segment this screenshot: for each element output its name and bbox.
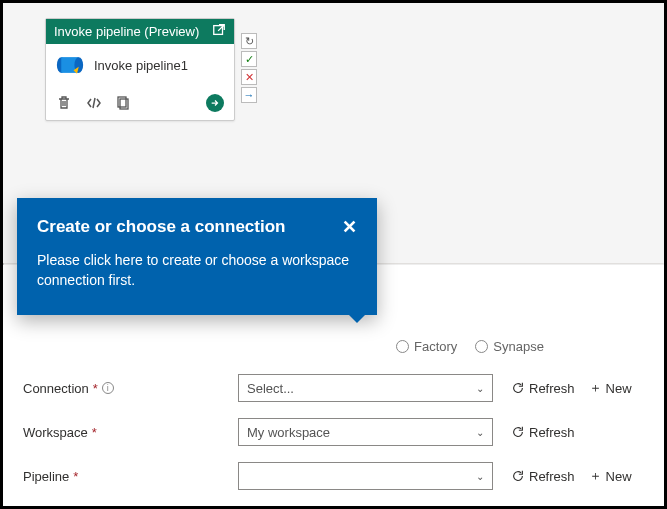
row-workspace: Workspace * My workspace ⌄ Refresh [3, 410, 664, 454]
pipeline-new-button[interactable]: ＋ New [589, 467, 632, 485]
connection-new-button[interactable]: ＋ New [589, 379, 632, 397]
required-indicator: * [73, 469, 78, 484]
refresh-label: Refresh [529, 469, 575, 484]
connection-refresh-button[interactable]: Refresh [511, 381, 575, 396]
workspace-value: My workspace [247, 425, 330, 440]
run-icon[interactable] [206, 94, 224, 112]
chevron-down-icon: ⌄ [476, 427, 484, 438]
pipeline-refresh-button[interactable]: Refresh [511, 469, 575, 484]
activity-status-icons: ↻ ✓ ✕ → [241, 33, 257, 103]
row-wait: Wait on completion ✓ [3, 498, 664, 509]
activity-header-label: Invoke pipeline (Preview) [54, 24, 199, 39]
connection-select[interactable]: Select... ⌄ [238, 374, 493, 402]
plus-icon: ＋ [589, 467, 602, 485]
new-label: New [606, 381, 632, 396]
close-icon[interactable]: ✕ [342, 216, 357, 238]
chevron-down-icon: ⌄ [476, 471, 484, 482]
activity-body: Invoke pipeline1 [46, 44, 234, 90]
row-connection: Connection * i Select... ⌄ Refresh ＋ New [3, 366, 664, 410]
radio-icon [396, 340, 409, 353]
workspace-label: Workspace [23, 425, 88, 440]
new-label: New [606, 469, 632, 484]
pipeline-label: Pipeline [23, 469, 69, 484]
connection-callout: Create or choose a connection ✕ Please c… [17, 198, 377, 315]
status-success-icon[interactable]: ✓ [241, 51, 257, 67]
pipeline-select[interactable]: ⌄ [238, 462, 493, 490]
chevron-down-icon: ⌄ [476, 383, 484, 394]
radio-factory[interactable]: Factory [396, 339, 457, 354]
callout-title: Create or choose a connection [37, 217, 285, 237]
connection-label: Connection [23, 381, 89, 396]
info-icon[interactable]: i [102, 382, 114, 394]
radio-synapse[interactable]: Synapse [475, 339, 544, 354]
pipeline-icon [56, 54, 84, 76]
status-fail-icon[interactable]: ✕ [241, 69, 257, 85]
connection-value: Select... [247, 381, 294, 396]
required-indicator: * [93, 381, 98, 396]
required-indicator: * [92, 425, 97, 440]
row-pipeline: Pipeline * ⌄ Refresh ＋ New [3, 454, 664, 498]
refresh-label: Refresh [529, 425, 575, 440]
activity-footer [46, 90, 234, 120]
status-skip-icon[interactable]: → [241, 87, 257, 103]
radio-factory-label: Factory [414, 339, 457, 354]
copy-icon[interactable] [116, 95, 132, 111]
activity-name[interactable]: Invoke pipeline1 [94, 58, 188, 73]
activity-header: Invoke pipeline (Preview) [46, 19, 234, 44]
status-retry-icon[interactable]: ↻ [241, 33, 257, 49]
workspace-refresh-button[interactable]: Refresh [511, 425, 575, 440]
radio-icon [475, 340, 488, 353]
callout-body: Please click here to create or choose a … [37, 250, 357, 291]
open-external-icon[interactable] [212, 23, 226, 40]
plus-icon: ＋ [589, 379, 602, 397]
code-icon[interactable] [86, 95, 102, 111]
workspace-select[interactable]: My workspace ⌄ [238, 418, 493, 446]
radio-synapse-label: Synapse [493, 339, 544, 354]
refresh-label: Refresh [529, 381, 575, 396]
factory-type-row: Factory Synapse [3, 335, 664, 366]
delete-icon[interactable] [56, 95, 72, 111]
activity-card[interactable]: Invoke pipeline (Preview) Invoke pipelin… [45, 18, 235, 121]
